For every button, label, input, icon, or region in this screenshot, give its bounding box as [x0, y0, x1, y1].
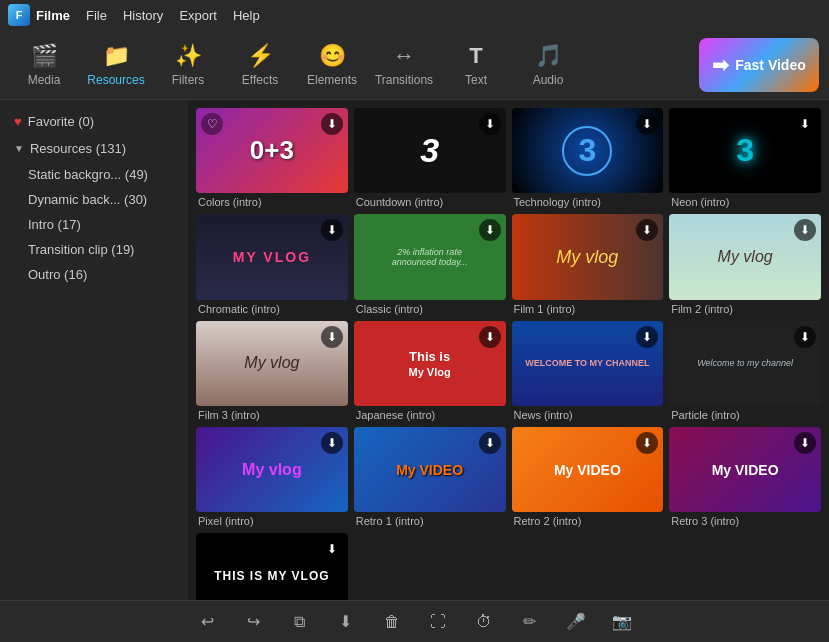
- resource-label: Technology (intro): [512, 196, 664, 208]
- resource-label: Retro 1 (intro): [354, 515, 506, 527]
- sidebar-dynamic-bg[interactable]: Dynamic back... (30): [0, 187, 188, 212]
- download-button[interactable]: ⬇: [479, 219, 501, 241]
- list-item[interactable]: My VIDEO ⬇ Retro 2 (intro): [512, 427, 664, 527]
- list-item[interactable]: My VIDEO ⬇ Retro 3 (intro): [669, 427, 821, 527]
- filters-icon: ✨: [175, 43, 202, 69]
- import-button[interactable]: ⬇: [331, 607, 361, 637]
- download-button[interactable]: ⬇: [321, 432, 343, 454]
- toolbar-effects-label: Effects: [242, 73, 278, 87]
- delete-button[interactable]: 🗑: [377, 607, 407, 637]
- thumb-news[interactable]: WELCOME TO MY CHANNEL ⬇: [512, 321, 664, 406]
- list-item[interactable]: This is My Vlog ⬇ Japanese (intro): [354, 321, 506, 421]
- transitions-icon: ↔: [393, 43, 415, 69]
- thumb-countdown[interactable]: 3 ⬇: [354, 108, 506, 193]
- sidebar-outro-label: Outro (16): [28, 267, 87, 282]
- elements-icon: 😊: [319, 43, 346, 69]
- bottom-toolbar: ↩ ↪ ⧉ ⬇ 🗑 ⛶ ⏱ ✏ 🎤 📷: [0, 600, 829, 642]
- thumb-classic[interactable]: 2% inflation rateannounced today... ⬇: [354, 214, 506, 299]
- list-item[interactable]: MY VLOG ⬇ Chromatic (intro): [196, 214, 348, 314]
- list-item[interactable]: My vlog ⬇ Film 2 (intro): [669, 214, 821, 314]
- crop-button[interactable]: ⛶: [423, 607, 453, 637]
- toolbar-effects[interactable]: ⚡ Effects: [226, 35, 294, 95]
- list-item[interactable]: Welcome to my channel ⬇ Particle (intro): [669, 321, 821, 421]
- list-item[interactable]: My VIDEO ⬇ Retro 1 (intro): [354, 427, 506, 527]
- app-logo: F Filme: [8, 4, 70, 26]
- menu-bar: F Filme File History Export Help: [0, 0, 829, 30]
- list-item[interactable]: 3 ⬇ Countdown (intro): [354, 108, 506, 208]
- copy-button[interactable]: ⧉: [285, 607, 315, 637]
- toolbar-audio-label: Audio: [533, 73, 564, 87]
- toolbar-text[interactable]: T Text: [442, 35, 510, 95]
- list-item[interactable]: WELCOME TO MY CHANNEL ⬇ News (intro): [512, 321, 664, 421]
- thumb-technology[interactable]: 3 ⬇: [512, 108, 664, 193]
- toolbar-transitions-label: Transitions: [375, 73, 433, 87]
- thumb-retro3[interactable]: My VIDEO ⬇: [669, 427, 821, 512]
- list-item[interactable]: 2% inflation rateannounced today... ⬇ Cl…: [354, 214, 506, 314]
- download-button[interactable]: ⬇: [794, 113, 816, 135]
- toolbar-elements[interactable]: 😊 Elements: [298, 35, 366, 95]
- thumb-retro2[interactable]: My VIDEO ⬇: [512, 427, 664, 512]
- redo-button[interactable]: ↪: [239, 607, 269, 637]
- sidebar-transition-clip[interactable]: Transition clip (19): [0, 237, 188, 262]
- record-button[interactable]: 🎤: [561, 607, 591, 637]
- download-button[interactable]: ⬇: [321, 113, 343, 135]
- menu-help[interactable]: Help: [233, 8, 260, 23]
- sidebar-resources[interactable]: ▼ Resources (131): [0, 135, 188, 162]
- download-button[interactable]: ⬇: [321, 219, 343, 241]
- sidebar-favorite[interactable]: ♥ Favorite (0): [0, 108, 188, 135]
- sidebar-intro[interactable]: Intro (17): [0, 212, 188, 237]
- favorite-button[interactable]: ♡: [201, 113, 223, 135]
- camera-button[interactable]: 📷: [607, 607, 637, 637]
- thumb-film1[interactable]: My vlog ⬇: [512, 214, 664, 299]
- draw-button[interactable]: ✏: [515, 607, 545, 637]
- list-item[interactable]: My vlog ⬇ Film 3 (intro): [196, 321, 348, 421]
- download-button[interactable]: ⬇: [636, 326, 658, 348]
- download-button[interactable]: ⬇: [794, 432, 816, 454]
- sidebar-transition-clip-label: Transition clip (19): [28, 242, 134, 257]
- thumb-japanese[interactable]: This is My Vlog ⬇: [354, 321, 506, 406]
- list-item[interactable]: 0+3 ♡ ⬇ Colors (intro): [196, 108, 348, 208]
- download-button[interactable]: ⬇: [479, 326, 501, 348]
- toolbar-resources[interactable]: 📁 Resources: [82, 35, 150, 95]
- main-content: ♥ Favorite (0) ▼ Resources (131) Static …: [0, 100, 829, 600]
- menu-export[interactable]: Export: [179, 8, 217, 23]
- thumb-film2[interactable]: My vlog ⬇: [669, 214, 821, 299]
- sidebar-favorite-label: Favorite (0): [28, 114, 94, 129]
- download-button[interactable]: ⬇: [321, 326, 343, 348]
- undo-button[interactable]: ↩: [193, 607, 223, 637]
- list-item[interactable]: 3 ⬇ Neon (intro): [669, 108, 821, 208]
- list-item[interactable]: My vlog ⬇ Film 1 (intro): [512, 214, 664, 314]
- toolbar-filters[interactable]: ✨ Filters: [154, 35, 222, 95]
- thumb-title[interactable]: THIS IS MY VLOG ⬇: [196, 533, 348, 600]
- list-item[interactable]: 3 ⬇ Technology (intro): [512, 108, 664, 208]
- fast-video-label: Fast Video: [735, 57, 806, 73]
- menu-file[interactable]: File: [86, 8, 107, 23]
- resource-label: Japanese (intro): [354, 409, 506, 421]
- sidebar-static-bg[interactable]: Static backgro... (49): [0, 162, 188, 187]
- fast-video-button[interactable]: ➡ Fast Video: [699, 38, 819, 92]
- thumb-chromatic[interactable]: MY VLOG ⬇: [196, 214, 348, 299]
- resource-label: Countdown (intro): [354, 196, 506, 208]
- toolbar-filters-label: Filters: [172, 73, 205, 87]
- toolbar-media[interactable]: 🎬 Media: [10, 35, 78, 95]
- resource-label: Particle (intro): [669, 409, 821, 421]
- download-button[interactable]: ⬇: [479, 432, 501, 454]
- list-item[interactable]: THIS IS MY VLOG ⬇: [196, 533, 348, 600]
- menu-history[interactable]: History: [123, 8, 163, 23]
- list-item[interactable]: My vlog ⬇ Pixel (intro): [196, 427, 348, 527]
- resource-label: Classic (intro): [354, 303, 506, 315]
- download-button[interactable]: ⬇: [794, 326, 816, 348]
- toolbar-audio[interactable]: 🎵 Audio: [514, 35, 582, 95]
- toolbar-transitions[interactable]: ↔ Transitions: [370, 35, 438, 95]
- thumb-retro1[interactable]: My VIDEO ⬇: [354, 427, 506, 512]
- thumb-colors[interactable]: 0+3 ♡ ⬇: [196, 108, 348, 193]
- thumb-neon[interactable]: 3 ⬇: [669, 108, 821, 193]
- thumb-film3[interactable]: My vlog ⬇: [196, 321, 348, 406]
- thumb-pixel[interactable]: My vlog ⬇: [196, 427, 348, 512]
- resource-area: 0+3 ♡ ⬇ Colors (intro) 3 ⬇ Countdown (in…: [188, 100, 829, 600]
- speed-button[interactable]: ⏱: [469, 607, 499, 637]
- sidebar-outro[interactable]: Outro (16): [0, 262, 188, 287]
- heart-icon: ♥: [14, 114, 22, 129]
- thumb-particle[interactable]: Welcome to my channel ⬇: [669, 321, 821, 406]
- download-button[interactable]: ⬇: [479, 113, 501, 135]
